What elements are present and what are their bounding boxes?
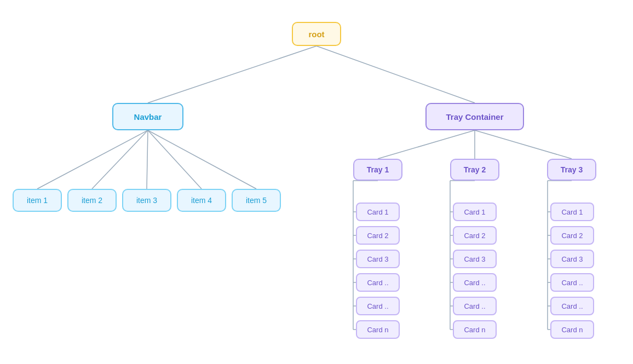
svg-line-6 xyxy=(148,130,256,189)
connector-lines xyxy=(0,0,633,364)
svg-line-5 xyxy=(148,130,202,189)
t3c2-label: Card 2 xyxy=(561,232,583,240)
tray3-card-6: Card n xyxy=(550,320,594,339)
tray1-label: Tray 1 xyxy=(367,165,389,174)
svg-line-2 xyxy=(37,130,148,189)
item5-label: item 5 xyxy=(246,196,267,205)
tray3-card-2: Card 2 xyxy=(550,226,594,245)
tray2-card-1: Card 1 xyxy=(453,203,497,221)
navbar-label: Navbar xyxy=(134,112,162,122)
tray2-label: Tray 2 xyxy=(464,165,486,174)
t3c5-label: Card .. xyxy=(561,302,583,310)
navbar-item-1: item 1 xyxy=(13,189,62,212)
tray3-card-3: Card 3 xyxy=(550,250,594,268)
t2c1-label: Card 1 xyxy=(464,208,485,216)
tray-1-node: Tray 1 xyxy=(353,159,402,181)
item1-label: item 1 xyxy=(27,196,48,205)
tray2-card-6: Card n xyxy=(453,320,497,339)
svg-line-9 xyxy=(475,130,572,159)
tray2-card-3: Card 3 xyxy=(453,250,497,268)
navbar-item-4: item 4 xyxy=(177,189,226,212)
navbar-node: Navbar xyxy=(112,103,183,130)
tray3-card-5: Card .. xyxy=(550,297,594,315)
tray3-card-4: Card .. xyxy=(550,273,594,292)
tray-container-node: Tray Container xyxy=(425,103,524,130)
t3c6-label: Card n xyxy=(561,326,583,334)
t1c6-label: Card n xyxy=(367,326,388,334)
tray3-label: Tray 3 xyxy=(561,165,583,174)
t2c2-label: Card 2 xyxy=(464,232,485,240)
tray1-card-3: Card 3 xyxy=(356,250,400,268)
item4-label: item 4 xyxy=(191,196,212,205)
svg-line-0 xyxy=(148,46,316,103)
svg-line-7 xyxy=(378,130,475,159)
t1c1-label: Card 1 xyxy=(367,208,388,216)
t3c1-label: Card 1 xyxy=(561,208,583,216)
t1c5-label: Card .. xyxy=(367,302,388,310)
tray2-card-2: Card 2 xyxy=(453,226,497,245)
tray1-card-4: Card .. xyxy=(356,273,400,292)
root-node: root xyxy=(292,22,341,46)
root-label: root xyxy=(308,30,324,39)
tray3-card-1: Card 1 xyxy=(550,203,594,221)
svg-line-1 xyxy=(316,46,475,103)
tray2-card-4: Card .. xyxy=(453,273,497,292)
t3c3-label: Card 3 xyxy=(561,255,583,263)
tray-2-node: Tray 2 xyxy=(450,159,499,181)
t1c4-label: Card .. xyxy=(367,279,388,287)
tray-container-label: Tray Container xyxy=(446,112,503,122)
t2c3-label: Card 3 xyxy=(464,255,485,263)
t2c4-label: Card .. xyxy=(464,279,485,287)
t2c5-label: Card .. xyxy=(464,302,485,310)
svg-line-3 xyxy=(92,130,148,189)
tray2-card-5: Card .. xyxy=(453,297,497,315)
navbar-item-5: item 5 xyxy=(232,189,281,212)
item3-label: item 3 xyxy=(136,196,157,205)
t2c6-label: Card n xyxy=(464,326,485,334)
item2-label: item 2 xyxy=(82,196,102,205)
navbar-item-3: item 3 xyxy=(122,189,171,212)
tray1-card-2: Card 2 xyxy=(356,226,400,245)
tray-3-node: Tray 3 xyxy=(547,159,596,181)
t3c4-label: Card .. xyxy=(561,279,583,287)
tray1-card-6: Card n xyxy=(356,320,400,339)
tray1-card-5: Card .. xyxy=(356,297,400,315)
t1c3-label: Card 3 xyxy=(367,255,388,263)
t1c2-label: Card 2 xyxy=(367,232,388,240)
navbar-item-2: item 2 xyxy=(67,189,117,212)
tray1-card-1: Card 1 xyxy=(356,203,400,221)
svg-line-4 xyxy=(147,130,148,189)
